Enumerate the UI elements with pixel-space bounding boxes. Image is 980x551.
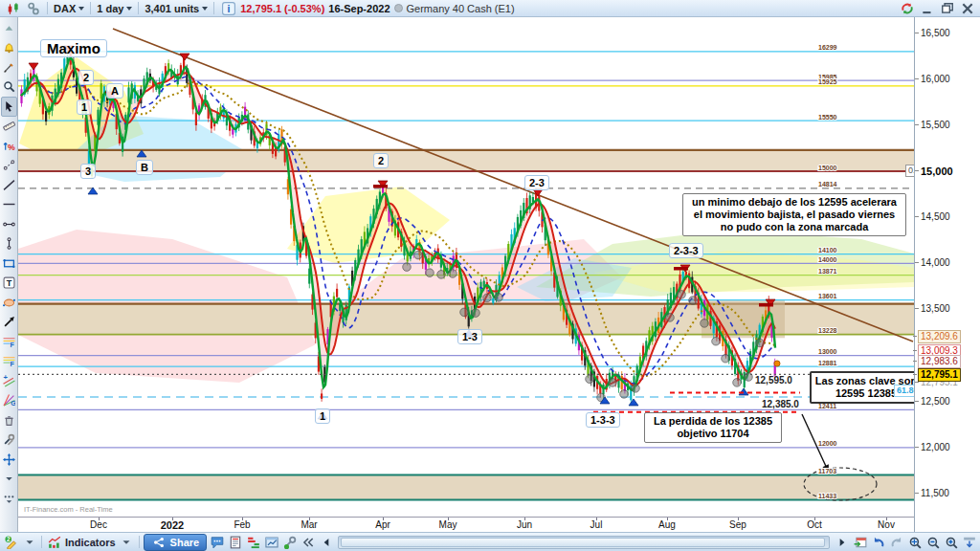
refresh-icon[interactable] <box>899 0 915 16</box>
time-axis-label: May <box>427 519 469 530</box>
trash-tool-icon[interactable] <box>1 410 17 430</box>
new-chart-window-icon[interactable] <box>263 534 279 550</box>
draw-angle-tool-icon[interactable] <box>1 57 17 77</box>
indicators-icon[interactable] <box>46 534 62 550</box>
time-axis-label: Sep <box>717 519 759 530</box>
segment-dotted-tool-icon[interactable] <box>1 156 17 176</box>
channel-tool-icon[interactable]: + <box>1 371 17 391</box>
time-axis-label: Nov <box>865 519 907 530</box>
separator <box>139 536 140 548</box>
separator <box>138 2 139 14</box>
undo-icon[interactable] <box>870 534 886 550</box>
chevron-down-icon[interactable] <box>21 534 37 550</box>
rectangle-tool-icon[interactable] <box>1 253 17 274</box>
trading-platform-window: DAX 1 day 3,401 units i 12,795.1 (-0.53%… <box>0 0 980 551</box>
symbol-selector[interactable]: DAX <box>54 3 84 14</box>
wave-label[interactable]: 2 <box>373 153 389 168</box>
share-button[interactable]: Share <box>144 534 208 551</box>
share-label: Share <box>170 537 200 548</box>
redo-icon[interactable] <box>888 534 904 550</box>
platform-settings-icon[interactable] <box>281 534 298 550</box>
time-scrollbar[interactable] <box>338 536 830 549</box>
svg-text:2: 2 <box>6 536 10 542</box>
time-axis-label: Apr <box>362 519 404 530</box>
svg-text:11703: 11703 <box>818 468 836 474</box>
fib-expansion-tool-icon[interactable]: F <box>1 352 17 372</box>
tools-tool-icon[interactable] <box>1 430 17 451</box>
scrollbar-thumb[interactable] <box>341 538 825 547</box>
wave-label[interactable]: B <box>136 160 153 175</box>
window-restore-icon[interactable] <box>939 0 955 16</box>
wave-label[interactable]: A <box>106 83 123 99</box>
price-axis-label: 15,500 <box>921 120 950 131</box>
alarm-tool-icon[interactable] <box>1 38 17 58</box>
move-tool-icon[interactable] <box>1 450 17 470</box>
bottom-toolbar: 2 Indicators Share <box>0 532 980 551</box>
price-axis[interactable]: 16,50016,00015,50015,00014,50014,00013,5… <box>914 17 980 532</box>
svg-text:13601: 13601 <box>818 293 837 299</box>
svg-text:T: T <box>6 278 11 288</box>
units-selector[interactable]: 3,401 units <box>145 3 208 14</box>
fib-retracement-tool-icon[interactable]: F <box>1 332 17 352</box>
indicators-button[interactable]: Indicators <box>65 537 116 548</box>
more-dots-tool-icon[interactable] <box>1 489 17 509</box>
collapse-bottom-icon[interactable] <box>961 534 977 550</box>
gann-fan-tool-icon[interactable]: G <box>1 391 17 411</box>
price-axis-label: 13,500 <box>921 303 950 315</box>
link-windows-icon[interactable] <box>25 0 41 16</box>
wave-label[interactable]: 1-3 <box>457 329 482 344</box>
annotation-text-box[interactable]: La perdida de los 12385 objetivo 11704 <box>644 412 782 443</box>
zoom-window-tool-icon[interactable] <box>1 77 17 98</box>
last-date: 16-Sep-2022 <box>328 3 390 14</box>
line-tool-icon[interactable] <box>1 175 17 195</box>
drawings-count-icon[interactable]: 2 <box>3 534 19 550</box>
wave-label[interactable]: 2-3 <box>524 175 549 190</box>
wave-label[interactable]: 1-3-3 <box>586 412 620 428</box>
scroll-right-icon[interactable] <box>834 534 850 550</box>
wave-label[interactable]: 2 <box>78 70 94 85</box>
wave-label[interactable]: 1 <box>315 408 330 424</box>
market-depth-icon[interactable] <box>245 534 261 550</box>
separator <box>213 2 214 14</box>
last-price-change: 12,795.1 (-0.53%) <box>240 3 324 14</box>
wave-label[interactable]: 1 <box>77 99 92 115</box>
timeframe-selector[interactable]: 1 day <box>97 3 132 14</box>
instrument-status-dot <box>394 4 403 12</box>
svg-text:16299: 16299 <box>818 44 837 51</box>
text-tool-icon[interactable]: T <box>1 274 17 294</box>
chevron-down-icon[interactable] <box>119 534 135 550</box>
zoom-in-icon[interactable] <box>943 534 959 550</box>
ellipse-tool-icon[interactable] <box>1 293 17 313</box>
wave-label[interactable]: 3 <box>80 164 96 179</box>
svg-text:11433: 11433 <box>818 493 836 499</box>
scroll-up-tool-icon[interactable] <box>1 18 17 38</box>
percent-variation-tool-icon[interactable]: % <box>1 136 17 156</box>
vertical-segment-tool-icon[interactable] <box>1 234 17 254</box>
cursor-tool-icon[interactable] <box>1 97 17 117</box>
go-to-date-icon[interactable] <box>852 534 868 550</box>
info-icon[interactable]: i <box>220 0 236 16</box>
chart-style-icon[interactable] <box>5 0 21 16</box>
arrow-tool-icon[interactable] <box>1 313 17 333</box>
time-axis[interactable]: Dec2022FebMarAprMayJunJulAugSepOctNov <box>18 517 914 533</box>
horizontal-segment-tool-icon[interactable] <box>1 214 17 234</box>
svg-text:14814: 14814 <box>818 181 837 187</box>
svg-text:14100: 14100 <box>818 247 837 253</box>
horizontal-line-tool-icon[interactable] <box>1 195 17 215</box>
wave-label[interactable]: Maximo <box>40 39 107 57</box>
svg-text:13000: 13000 <box>818 348 837 355</box>
window-close-icon[interactable] <box>959 0 975 16</box>
wave-label[interactable]: 2-3-3 <box>669 243 703 258</box>
price-axis-label: 14,000 <box>921 257 950 269</box>
chat-icon[interactable] <box>209 534 225 550</box>
collapse-left-icon[interactable] <box>300 534 316 550</box>
ruler-tool-icon[interactable] <box>1 117 17 137</box>
caret-down-tool-icon[interactable] <box>1 470 17 490</box>
price-axis-label: 12,500 <box>921 396 950 408</box>
annotation-text-box[interactable]: un minimo debajo de los 12595 acelerara … <box>682 193 906 236</box>
window-minimize-icon[interactable] <box>919 0 935 16</box>
news-icon[interactable] <box>227 534 243 550</box>
zoom-out-icon[interactable] <box>924 534 941 550</box>
zoom-fit-icon[interactable] <box>906 534 923 550</box>
scroll-left-icon[interactable] <box>318 534 334 550</box>
